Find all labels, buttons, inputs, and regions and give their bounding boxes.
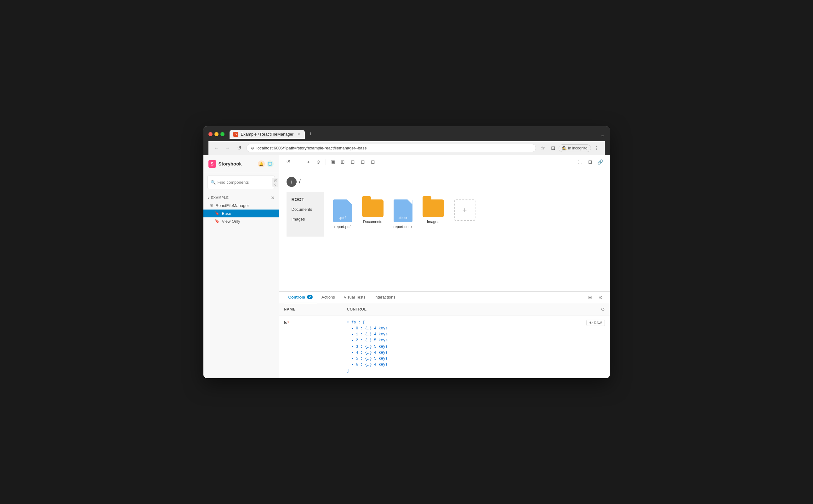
search-input[interactable] bbox=[218, 180, 271, 185]
section-close-button[interactable]: ✕ bbox=[271, 195, 275, 200]
story-content: ↑ / ROOT Documents Images bbox=[279, 169, 610, 378]
pdf-filename: report.pdf bbox=[334, 225, 350, 229]
folder-documents-name: Documents bbox=[363, 220, 382, 224]
story-icon-base: 🔖 bbox=[215, 211, 220, 216]
storybook-title: Storybook bbox=[219, 161, 242, 166]
fs-value-line-6: ▸ 5 : {…} 5 keys bbox=[347, 356, 584, 362]
grid-button[interactable]: ⊞ bbox=[339, 158, 347, 166]
docx-label: .docx bbox=[398, 216, 407, 220]
fs-field-name: fs* bbox=[284, 320, 347, 325]
docx-filename: report.docx bbox=[394, 225, 412, 229]
extension-button[interactable]: ⊡ bbox=[548, 144, 557, 153]
required-indicator: * bbox=[288, 320, 289, 325]
settings-icon[interactable]: 🌐 bbox=[267, 160, 274, 167]
sidebar-section-header: ∨ EXAMPLE ✕ bbox=[204, 194, 279, 202]
forward-button[interactable]: → bbox=[224, 144, 233, 153]
toolbar-divider-1 bbox=[326, 159, 326, 165]
browser-toolbar: ← → ↺ ⊙ localhost:6006/?path=/story/exam… bbox=[209, 141, 605, 155]
zoom-in-button[interactable]: + bbox=[304, 158, 313, 166]
story-toolbar: ↺ − + ⊙ ▣ ⊞ ⊟ ⊟ ⊟ ⛶ ⊡ 🔗 bbox=[279, 155, 610, 169]
panel-layout-button[interactable]: ⊟ bbox=[586, 293, 594, 301]
fm-nav-images[interactable]: Images bbox=[287, 214, 324, 224]
sidebar-item-base[interactable]: 🔖 Base bbox=[204, 210, 279, 217]
tab-actions[interactable]: Actions bbox=[317, 292, 339, 303]
search-box[interactable]: 🔍 ⌘ K bbox=[207, 176, 275, 189]
controls-panel: Controls 2 Actions Visual Tests Interact… bbox=[279, 291, 610, 378]
address-bar[interactable]: ⊙ localhost:6006/?path=/story/example-re… bbox=[246, 144, 536, 152]
outline-button[interactable]: ⊟ bbox=[369, 158, 378, 166]
minimize-button[interactable] bbox=[215, 132, 219, 136]
file-manager-nav: ROOT Documents Images bbox=[287, 192, 324, 237]
folder-images-name: Images bbox=[427, 220, 439, 224]
copy-link-button[interactable]: 🔗 bbox=[596, 158, 605, 166]
incognito-icon: 🕵 bbox=[562, 146, 567, 150]
reset-controls-button[interactable]: ↺ bbox=[601, 306, 605, 312]
tab-favicon: S bbox=[233, 132, 238, 137]
folder-images[interactable]: Images bbox=[420, 197, 446, 232]
storybook-sidebar: S Storybook 🔔 🌐 🔍 ⌘ K ∨ EXAMPLE ✕ ⊞ bbox=[204, 155, 279, 378]
folder-documents[interactable]: Documents bbox=[360, 197, 386, 232]
sidebar-item-react-file-manager[interactable]: ⊞ ReactFileManager bbox=[204, 202, 279, 210]
search-shortcut: ⌘ K bbox=[272, 178, 278, 187]
menu-button[interactable]: ⋮ bbox=[592, 144, 601, 153]
tab-controls-label: Controls bbox=[289, 295, 305, 300]
folder-images-icon bbox=[423, 199, 444, 217]
maximize-button[interactable] bbox=[221, 132, 225, 136]
new-tab-button[interactable]: + bbox=[306, 130, 315, 139]
fs-value-line-4: ▸ 3 : {…} 5 keys bbox=[347, 344, 584, 350]
sidebar-brand: S Storybook 🔔 🌐 bbox=[204, 160, 279, 173]
fm-nav-root[interactable]: ROOT bbox=[287, 194, 324, 204]
viewport-button[interactable]: ⊟ bbox=[349, 158, 357, 166]
pdf-label: .pdf bbox=[339, 216, 345, 220]
measure-button[interactable]: ⊟ bbox=[359, 158, 367, 166]
incognito-button[interactable]: 🕵 In incognito bbox=[558, 144, 591, 152]
back-button[interactable]: ← bbox=[212, 144, 221, 153]
notification-icon[interactable]: 🔔 bbox=[258, 160, 265, 167]
pdf-icon: .pdf bbox=[333, 199, 352, 222]
col-name-header: Name bbox=[284, 307, 347, 311]
fs-value-line-1: ▸ 0 : {…} 4 keys bbox=[347, 326, 584, 332]
controls-tabs-right: ⊟ ⊗ bbox=[586, 293, 605, 301]
browser-dropdown[interactable]: ⌄ bbox=[600, 131, 605, 138]
tab-interactions[interactable]: Interactions bbox=[370, 292, 400, 303]
fs-row-actions: 👁 RAW bbox=[586, 320, 604, 326]
raw-button[interactable]: 👁 RAW bbox=[586, 320, 604, 326]
tab-title: Example / ReactFileManager bbox=[241, 132, 294, 137]
fm-nav-documents[interactable]: Documents bbox=[287, 204, 324, 214]
sidebar-item-view-only[interactable]: 🔖 View Only bbox=[204, 217, 279, 225]
fs-field-value: ▾ fs : [ ▸ 0 : {…} 4 keys ▸ 1 : {…} 4 ke… bbox=[347, 320, 584, 374]
tab-controls[interactable]: Controls 2 bbox=[284, 292, 317, 303]
story-icon-view-only: 🔖 bbox=[215, 219, 220, 223]
zoom-out-button[interactable]: − bbox=[294, 158, 303, 166]
col-control-header: Control bbox=[347, 307, 601, 311]
fs-value-line-0: ▾ fs : [ bbox=[347, 320, 584, 326]
search-icon: 🔍 bbox=[211, 180, 216, 185]
controls-content: Name Control ↺ fs* ▾ fs : [ ▸ bbox=[279, 303, 610, 378]
file-report-pdf[interactable]: .pdf report.pdf bbox=[331, 197, 355, 232]
fs-value-line-7: ▸ 6 : {…} 4 keys bbox=[347, 362, 584, 368]
sidebar-item-view-only-label: View Only bbox=[222, 219, 240, 224]
app-content: S Storybook 🔔 🌐 🔍 ⌘ K ∨ EXAMPLE ✕ ⊞ bbox=[204, 155, 610, 378]
add-file-button[interactable]: + bbox=[451, 197, 478, 232]
breadcrumb-up-button[interactable]: ↑ bbox=[287, 177, 297, 187]
fullscreen-button[interactable]: ⛶ bbox=[576, 158, 585, 166]
background-button[interactable]: ▣ bbox=[328, 158, 337, 166]
active-tab[interactable]: S Example / ReactFileManager ✕ bbox=[230, 130, 305, 139]
incognito-label: In incognito bbox=[568, 146, 587, 150]
panel-close-button[interactable]: ⊗ bbox=[597, 293, 605, 301]
controls-header: Name Control ↺ bbox=[279, 303, 610, 316]
reload-story-button[interactable]: ↺ bbox=[284, 158, 293, 166]
browser-titlebar: S Example / ReactFileManager ✕ + ⌄ bbox=[209, 130, 605, 139]
reload-button[interactable]: ↺ bbox=[235, 144, 244, 153]
tab-interactions-label: Interactions bbox=[374, 295, 395, 300]
close-button[interactable] bbox=[209, 132, 213, 136]
zoom-reset-button[interactable]: ⊙ bbox=[314, 158, 323, 166]
sidebar-item-base-label: Base bbox=[222, 211, 232, 216]
file-report-docx[interactable]: .docx report.docx bbox=[391, 197, 415, 232]
sidebar-section-example: ∨ EXAMPLE ✕ ⊞ ReactFileManager 🔖 Base 🔖 … bbox=[204, 193, 279, 227]
tab-controls-badge: 2 bbox=[307, 295, 313, 299]
bookmark-button[interactable]: ☆ bbox=[538, 144, 547, 153]
tab-close-button[interactable]: ✕ bbox=[296, 132, 301, 137]
open-new-tab-button[interactable]: ⊡ bbox=[586, 158, 595, 166]
tab-visual-tests[interactable]: Visual Tests bbox=[339, 292, 370, 303]
